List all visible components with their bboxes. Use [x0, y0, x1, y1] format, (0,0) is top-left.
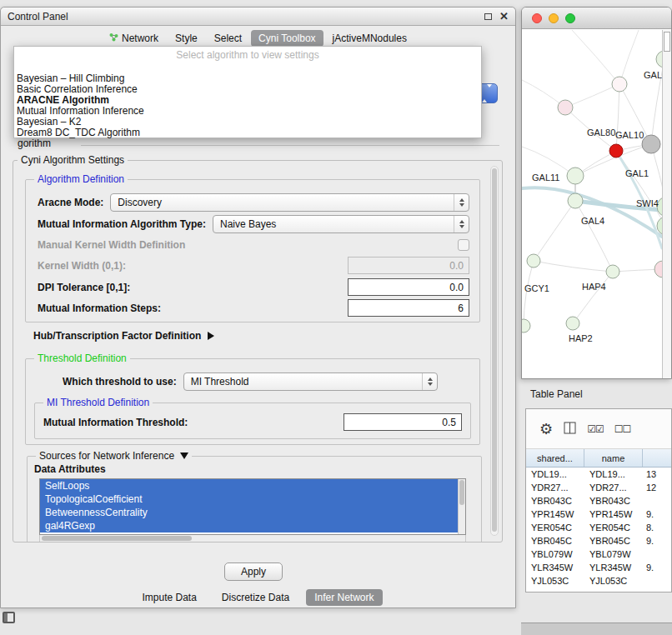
threshold-definition-title: Threshold Definition [34, 352, 130, 364]
table-row[interactable]: YDL19...YDL19...13 [526, 468, 671, 481]
manual-kernel-row: Manual Kernel Width Definition [38, 238, 469, 252]
mi-type-combobox[interactable]: Naive Bayes [213, 215, 469, 233]
mi-threshold-input[interactable]: 0.5 [344, 413, 462, 431]
table-cell: 9. [643, 536, 671, 546]
minimize-button[interactable] [549, 13, 559, 23]
attribute-item-gal4rgexp[interactable]: gal4RGexp [40, 519, 458, 532]
network-node[interactable] [656, 51, 662, 68]
bottom-tab-bar: Impute DataDiscretize DataInfer Network [1, 589, 515, 606]
aracne-mode-combobox[interactable]: Discovery [110, 193, 469, 212]
column-header[interactable]: name [584, 449, 643, 467]
control-panel-titlebar[interactable]: Control Panel ✕ [1, 8, 515, 26]
column-header[interactable] [643, 449, 671, 467]
network-node[interactable] [568, 193, 583, 208]
table-cell: YDR27... [584, 482, 643, 492]
network-node[interactable] [567, 168, 584, 184]
apply-button[interactable]: Apply [224, 562, 283, 581]
table-row[interactable]: YLR345WYLR345W9. [526, 561, 671, 574]
columns-icon[interactable] [564, 422, 576, 437]
table-cell: 12 [643, 482, 671, 492]
obscured-group-border [81, 145, 499, 146]
manual-kernel-checkbox[interactable] [458, 239, 469, 251]
deselect-all-icon[interactable]: ☐☐ [614, 423, 631, 435]
attribute-item-topologicalcoefficient[interactable]: TopologicalCoefficient [40, 492, 458, 506]
float-window-icon[interactable] [484, 13, 492, 20]
table-cell: YBR045C [526, 536, 584, 546]
network-node[interactable] [654, 261, 662, 278]
kernel-width-input[interactable]: 0.0 [348, 257, 469, 274]
network-canvas[interactable]: GALGAL80GAL10GAL11GAL1SWI4GAL4GCY1HAP4HA… [522, 30, 662, 379]
network-node[interactable] [566, 317, 579, 330]
which-threshold-combobox[interactable]: MI Threshold [183, 372, 438, 391]
mi-type-label: Mutual Information Algorithm Type: [38, 218, 206, 230]
settings-scrollbar-thumb[interactable] [492, 168, 497, 532]
tab-cyni-toolbox[interactable]: Cyni Toolbox [251, 30, 323, 47]
tab-network[interactable]: Network [102, 30, 166, 47]
gear-icon[interactable]: ⚙ [539, 422, 553, 437]
table-row[interactable]: YBR043CYBR043C [526, 494, 671, 508]
network-node[interactable] [612, 77, 627, 92]
mi-steps-label: Mutual Information Steps: [38, 302, 161, 314]
network-scrollbar-thumb[interactable] [664, 32, 670, 52]
table-row[interactable]: YER054CYER054C8. [526, 521, 671, 534]
tab-jactivemnodules[interactable]: jActiveMNodules [325, 30, 414, 47]
network-icon [109, 32, 118, 44]
hub-definition-section[interactable]: Hub/Transcription Factor Definition [33, 330, 214, 342]
table-row[interactable]: YDR27...YDR27...12 [526, 481, 671, 494]
attributes-vertical-scrollbar[interactable] [458, 479, 465, 534]
table-row[interactable]: YPR145WYPR145W9. [526, 508, 671, 521]
table-toolbar: ⚙ ☑☑ ☐☐ [526, 409, 671, 449]
sources-group-title[interactable]: Sources for Network Inference [36, 450, 192, 462]
collapse-arrow-icon[interactable] [180, 452, 188, 459]
table-row[interactable]: YBL079WYBL079W [526, 548, 671, 561]
dropdown-option-mutual-information-inference[interactable]: Mutual Information Inference [14, 106, 481, 117]
tab-style[interactable]: Style [168, 30, 205, 47]
sources-label: Sources for Network Inference [39, 450, 174, 462]
dropdown-option-dream8-dc-tdc-algorithm[interactable]: Dream8 DC_TDC Algorithm [14, 128, 481, 138]
attribute-item-selfloops[interactable]: SelfLoops [40, 479, 458, 492]
network-window-titlebar[interactable] [522, 8, 671, 29]
attributes-hscroll-thumb[interactable] [42, 536, 192, 541]
network-edge [619, 30, 639, 84]
table-cell: YDL19... [584, 469, 643, 479]
bottom-tab-infer-network[interactable]: Infer Network [306, 589, 382, 606]
mi-steps-row: Mutual Information Steps: 6 [38, 299, 469, 317]
table-row[interactable]: YJL053CYJL053C [526, 574, 671, 588]
bottom-tab-discretize-data[interactable]: Discretize Data [213, 589, 298, 606]
network-node[interactable] [558, 100, 573, 115]
table-cell: 13 [643, 469, 671, 479]
zoom-button[interactable] [565, 13, 575, 23]
bottom-tab-impute-data[interactable]: Impute Data [133, 589, 204, 606]
mi-threshold-group: MI Threshold Definition Mutual Informati… [34, 402, 471, 439]
node-label-swi4: SWI4 [636, 198, 659, 208]
node-label-gal1: GAL1 [625, 168, 649, 178]
network-node[interactable] [527, 254, 540, 268]
network-node[interactable] [609, 144, 623, 158]
tab-select[interactable]: Select [207, 30, 249, 47]
network-node[interactable] [522, 319, 530, 332]
mi-type-value: Naive Bayes [220, 218, 276, 230]
table-body: YDL19...YDL19...13YDR27...YDR27...12YBR0… [526, 468, 671, 588]
network-scrollbar[interactable] [662, 30, 671, 378]
attributes-vscroll-thumb[interactable] [459, 480, 464, 505]
settings-scrollbar[interactable] [490, 166, 499, 536]
dpi-tolerance-input[interactable]: 0.0 [348, 278, 469, 296]
which-threshold-value: MI Threshold [191, 376, 249, 388]
network-edge [616, 84, 619, 151]
mi-steps-input[interactable]: 6 [348, 299, 469, 317]
attributes-horizontal-scrollbar[interactable] [39, 535, 466, 542]
table-row[interactable]: YBR045CYBR045C9. [526, 534, 671, 548]
select-all-icon[interactable]: ☑☑ [587, 423, 604, 435]
network-node[interactable] [606, 265, 619, 278]
table-cell: YPR145W [584, 509, 643, 519]
mi-threshold-row: Mutual Information Threshold: 0.5 [43, 413, 462, 431]
node-label-gcy1: GCY1 [524, 283, 549, 293]
network-node[interactable] [642, 135, 660, 153]
close-icon[interactable]: ✕ [499, 11, 509, 22]
restore-panel-icon[interactable] [3, 612, 15, 623]
expand-arrow-icon[interactable] [208, 332, 214, 340]
data-attributes-list[interactable]: SelfLoopsTopologicalCoefficientBetweenne… [39, 478, 466, 535]
attribute-item-betweennesscentrality[interactable]: BetweennessCentrality [40, 506, 458, 519]
column-header[interactable]: shared... [526, 449, 584, 467]
close-button[interactable] [532, 13, 542, 23]
